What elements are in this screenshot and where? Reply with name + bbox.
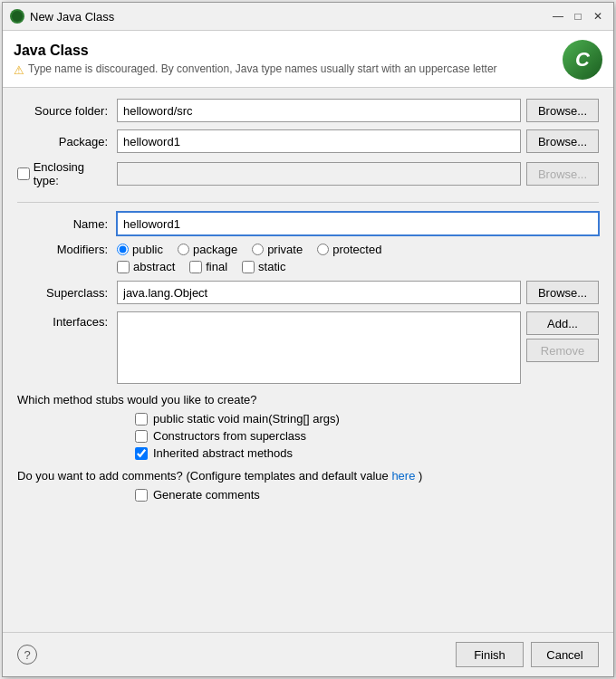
interfaces-remove-button[interactable]: Remove bbox=[526, 339, 599, 362]
generate-comments-item: Generate comments bbox=[135, 488, 599, 502]
modifier-package-radio[interactable] bbox=[178, 244, 189, 255]
stubs-section: Which method stubs would you like to cre… bbox=[17, 393, 599, 464]
stub-constructors-label: Constructors from superclass bbox=[153, 429, 306, 443]
dialog-title: New Java Class bbox=[30, 10, 550, 24]
interfaces-label: Interfaces: bbox=[17, 311, 117, 329]
stub-inherited-label: Inherited abstract methods bbox=[153, 446, 293, 460]
svg-point-0 bbox=[12, 11, 23, 22]
footer-left: ? bbox=[17, 645, 37, 665]
superclass-row: Superclass: Browse... bbox=[17, 281, 599, 304]
finish-button[interactable]: Finish bbox=[456, 642, 524, 667]
stub-inherited-checkbox[interactable] bbox=[135, 447, 148, 460]
modifier-protected-text: protected bbox=[332, 243, 381, 256]
interfaces-add-button[interactable]: Add... bbox=[526, 311, 599, 335]
footer-right: Finish Cancel bbox=[456, 642, 599, 667]
dialog-header: Java Class ⚠ Type name is discouraged. B… bbox=[3, 31, 613, 88]
modifier-public-text: public bbox=[132, 243, 163, 256]
stub-item-main: public static void main(String[] args) bbox=[135, 412, 599, 426]
source-folder-row: Source folder: Browse... bbox=[17, 99, 599, 122]
modifiers-check-group: abstract final static bbox=[117, 260, 285, 273]
superclass-input[interactable] bbox=[117, 281, 521, 304]
enclosing-type-row: Enclosing type: Browse... bbox=[17, 160, 599, 187]
generate-comments-checkbox[interactable] bbox=[135, 489, 148, 502]
modifier-package-text: package bbox=[193, 243, 237, 256]
title-bar: New Java Class — □ ✕ bbox=[3, 3, 613, 31]
package-input[interactable] bbox=[117, 129, 521, 153]
modifier-package-label[interactable]: package bbox=[178, 243, 237, 256]
stub-main-checkbox[interactable] bbox=[135, 413, 148, 426]
dialog-icon bbox=[10, 9, 24, 24]
modifiers-check-row: abstract final static bbox=[17, 260, 599, 273]
minimize-button[interactable]: — bbox=[550, 8, 566, 24]
comments-configure-link[interactable]: here bbox=[391, 469, 415, 483]
enclosing-type-checkbox-label[interactable]: Enclosing type: bbox=[17, 160, 117, 187]
name-input[interactable] bbox=[117, 212, 599, 235]
comments-title-text: Do you want to add comments? (Configure … bbox=[17, 469, 389, 483]
package-browse-button[interactable]: Browse... bbox=[526, 129, 599, 153]
source-folder-browse-button[interactable]: Browse... bbox=[526, 99, 599, 122]
modifier-static-label[interactable]: static bbox=[242, 260, 285, 273]
help-button[interactable]: ? bbox=[17, 645, 37, 665]
warning-text-content: Type name is discouraged. By convention,… bbox=[28, 62, 497, 75]
stub-constructors-checkbox[interactable] bbox=[135, 430, 148, 443]
modifier-private-radio[interactable] bbox=[252, 244, 264, 255]
interfaces-textarea[interactable] bbox=[117, 311, 521, 384]
dialog-footer: ? Finish Cancel bbox=[3, 632, 613, 676]
enclosing-type-input[interactable] bbox=[117, 162, 521, 186]
modifier-static-checkbox[interactable] bbox=[242, 261, 255, 273]
package-label: Package: bbox=[17, 135, 117, 148]
eclipse-logo: C bbox=[563, 40, 602, 80]
interfaces-buttons: Add... Remove bbox=[526, 311, 599, 362]
modifiers-row: Modifiers: public package private protec… bbox=[17, 243, 599, 256]
warning-icon: ⚠ bbox=[14, 63, 24, 77]
interfaces-section: Interfaces: Add... Remove bbox=[17, 311, 599, 384]
modifier-static-text: static bbox=[258, 260, 285, 273]
modifier-public-radio[interactable] bbox=[117, 244, 129, 255]
modifier-private-label[interactable]: private bbox=[252, 243, 303, 256]
name-row: Name: bbox=[17, 212, 599, 235]
modifier-final-checkbox[interactable] bbox=[189, 261, 202, 273]
modifier-abstract-text: abstract bbox=[133, 260, 175, 273]
new-java-class-dialog: New Java Class — □ ✕ Java Class ⚠ Type n… bbox=[2, 2, 614, 677]
modifier-abstract-checkbox[interactable] bbox=[117, 261, 130, 273]
source-folder-label: Source folder: bbox=[17, 104, 117, 118]
comments-suffix: ) bbox=[419, 469, 422, 483]
modifiers-radio-group: public package private protected bbox=[117, 243, 381, 256]
comments-section: Do you want to add comments? (Configure … bbox=[17, 469, 599, 505]
enclosing-type-checkbox[interactable] bbox=[17, 167, 30, 180]
package-row: Package: Browse... bbox=[17, 129, 599, 153]
stub-item-constructors: Constructors from superclass bbox=[135, 429, 599, 443]
dialog-header-title: Java Class bbox=[14, 43, 497, 59]
superclass-browse-button[interactable]: Browse... bbox=[526, 281, 599, 304]
modifier-final-text: final bbox=[206, 260, 227, 273]
dialog-body: Source folder: Browse... Package: Browse… bbox=[3, 88, 613, 632]
modifiers-label: Modifiers: bbox=[17, 243, 117, 256]
generate-comments-label: Generate comments bbox=[153, 488, 260, 502]
stubs-title: Which method stubs would you like to cre… bbox=[17, 393, 599, 406]
comments-title: Do you want to add comments? (Configure … bbox=[17, 469, 599, 483]
source-folder-input[interactable] bbox=[117, 99, 521, 122]
modifier-final-label[interactable]: final bbox=[189, 260, 227, 273]
cancel-button[interactable]: Cancel bbox=[531, 642, 599, 667]
name-label: Name: bbox=[17, 217, 117, 231]
warning-message: ⚠ Type name is discouraged. By conventio… bbox=[14, 62, 497, 77]
modifier-abstract-label[interactable]: abstract bbox=[117, 260, 175, 273]
divider bbox=[17, 202, 599, 203]
window-controls: — □ ✕ bbox=[550, 8, 606, 24]
modifier-public-label[interactable]: public bbox=[117, 243, 163, 256]
stub-main-label: public static void main(String[] args) bbox=[153, 412, 340, 426]
close-button[interactable]: ✕ bbox=[590, 8, 606, 24]
stub-item-inherited: Inherited abstract methods bbox=[135, 446, 599, 460]
modifier-private-text: private bbox=[267, 243, 303, 256]
modifier-protected-label[interactable]: protected bbox=[317, 243, 381, 256]
enclosing-type-browse-button[interactable]: Browse... bbox=[526, 162, 599, 186]
superclass-label: Superclass: bbox=[17, 286, 117, 300]
enclosing-type-label: Enclosing type: bbox=[34, 160, 111, 187]
modifier-protected-radio[interactable] bbox=[317, 244, 329, 255]
header-left: Java Class ⚠ Type name is discouraged. B… bbox=[14, 43, 497, 77]
maximize-button[interactable]: □ bbox=[570, 8, 586, 24]
